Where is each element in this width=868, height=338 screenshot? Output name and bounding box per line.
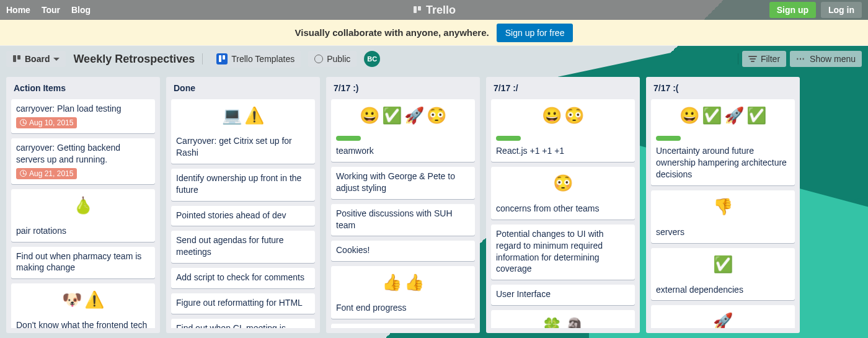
board-view-label: Board	[25, 54, 50, 64]
card[interactable]: Pointed stories ahead of dev	[171, 206, 315, 226]
member-avatar[interactable]: BC	[364, 51, 380, 67]
card[interactable]: 😳concerns from other teams	[491, 167, 635, 220]
list: 7/17 :(😀✅🚀✅Uncertainty around future own…	[646, 77, 800, 333]
card[interactable]: Working with George & Pete to adjust sty…	[331, 167, 475, 199]
templates-button[interactable]: Trello Templates	[210, 50, 301, 68]
cards-container: carryover: Plan load testingAug 10, 2015…	[11, 99, 155, 328]
card-title: User Interface	[496, 288, 630, 300]
board-title[interactable]: Weekly Retrospectives	[73, 53, 195, 66]
card-cover: 🚀	[651, 305, 795, 328]
card[interactable]: 🍀🗿politics	[491, 310, 635, 328]
cards-container: 😀😳React.js +1 +1 +1😳concerns from other …	[491, 99, 635, 328]
nav-blog[interactable]: Blog	[71, 5, 91, 15]
card-label	[496, 136, 521, 141]
card[interactable]: User Interface	[491, 285, 635, 305]
card-title: Uncertainty around future ownership hamp…	[656, 145, 790, 180]
card[interactable]: 😀✅🚀✅Uncertainty around future ownership …	[651, 99, 795, 185]
signup-free-button[interactable]: Sign up for free	[497, 24, 574, 42]
sticker-icon: ✅	[382, 107, 402, 123]
card-title: Find out when CL meeting is	[176, 322, 310, 328]
login-button[interactable]: Log in	[821, 2, 862, 18]
visibility-button[interactable]: Public	[308, 51, 356, 67]
card[interactable]: 😀✅🚀😳teamwork	[331, 99, 475, 162]
separator	[202, 53, 203, 64]
card[interactable]: 😀😳React.js +1 +1 +1	[491, 99, 635, 162]
nav-home[interactable]: Home	[6, 5, 30, 15]
card-cover: 👍👍	[331, 266, 475, 298]
card[interactable]: 👍👍Font end progress	[331, 266, 475, 319]
list-title[interactable]: 7/17 :/	[491, 82, 635, 94]
card[interactable]: 🐶⚠️Don't know what the frontend tech sta…	[11, 283, 155, 328]
sticker-icon: ⚠️	[84, 291, 104, 308]
list-title[interactable]: 7/17 :)	[331, 82, 475, 94]
card[interactable]: 🍐pair rotations	[11, 189, 155, 242]
sticker-icon: ✅	[746, 107, 766, 123]
list-title[interactable]: 7/17 :(	[651, 82, 795, 94]
card[interactable]: Alternating 7-4/8-5	[331, 324, 475, 328]
card-title: Figure out reformatting for HTML	[176, 297, 310, 309]
visibility-label: Public	[327, 54, 350, 64]
board-lists: Action Itemscarryover: Plan load testing…	[0, 72, 868, 338]
promo-banner: Visually collaborate with anyone, anywhe…	[0, 20, 868, 46]
chevron-down-icon	[53, 58, 60, 61]
show-menu-label: Show menu	[810, 54, 856, 64]
card-title: carryover: Getting backend servers up an…	[16, 142, 150, 166]
clock-icon	[20, 119, 27, 126]
card-title: external dependencies	[656, 284, 790, 296]
sticker-icon: ⚠️	[244, 107, 264, 123]
card-title: Don't know what the frontend tech stack …	[16, 319, 150, 328]
card[interactable]: 🚀me too / kitchen sink feature requests	[651, 305, 795, 328]
sticker-icon: 🚀	[724, 107, 744, 123]
board-view-switcher[interactable]: Board	[6, 51, 66, 67]
card[interactable]: Figure out reformatting for HTML	[171, 293, 315, 314]
card-title: Working with George & Pete to adjust sty…	[336, 171, 470, 194]
signup-button[interactable]: Sign up	[769, 2, 816, 18]
nav-tour[interactable]: Tour	[42, 5, 60, 15]
sticker-icon: 😳	[564, 107, 584, 123]
card-title: Font end progress	[336, 302, 470, 314]
card[interactable]: 👎servers	[651, 190, 795, 243]
list-title[interactable]: Action Items	[11, 82, 155, 94]
card-cover: 😀😳	[491, 99, 635, 131]
card[interactable]: Positive discussions with SUH team	[331, 204, 475, 236]
card-cover: 👎	[651, 190, 795, 223]
due-date-text: Aug 10, 2015	[29, 118, 73, 127]
card[interactable]: Cookies!	[331, 241, 475, 261]
top-nav-links: Home Tour Blog	[6, 5, 91, 15]
card-cover: ✅	[651, 248, 795, 280]
card-label	[656, 136, 681, 141]
card[interactable]: carryover: Getting backend servers up an…	[11, 138, 155, 184]
card-title: Carryover: get Citrix set up for Rashi	[176, 135, 310, 159]
board-icon	[12, 55, 21, 63]
card[interactable]: Identify ownership up front in the futur…	[171, 169, 315, 201]
trello-logo-icon	[412, 5, 422, 15]
templates-label: Trello Templates	[231, 54, 294, 64]
card-title: Positive discussions with SUH team	[336, 208, 470, 231]
filter-button[interactable]: Filter	[742, 51, 786, 67]
card-title: concerns from other teams	[496, 203, 630, 215]
clock-icon	[20, 170, 27, 177]
card[interactable]: Potential changes to UI with regard to m…	[491, 225, 635, 280]
separator	[738, 53, 738, 64]
card[interactable]: Find out when pharmacy team is making ch…	[11, 247, 155, 279]
card[interactable]: Add script to check for comments	[171, 268, 315, 288]
sticker-icon: 😀	[360, 107, 379, 123]
card[interactable]: Find out when CL meeting is	[171, 319, 315, 328]
card[interactable]: carryover: Plan load testingAug 10, 2015	[11, 99, 155, 133]
cards-container: 😀✅🚀✅Uncertainty around future ownership …	[651, 99, 795, 328]
sticker-icon: 😀	[680, 107, 699, 123]
card[interactable]: 💻⚠️Carryover: get Citrix set up for Rash…	[171, 99, 315, 164]
sticker-icon: 🐶	[62, 291, 82, 308]
card-title: Find out when pharmacy team is making ch…	[16, 251, 150, 274]
show-menu-button[interactable]: ⋯ Show menu	[790, 51, 862, 67]
card-title: Pointed stories ahead of dev	[176, 210, 310, 221]
card-title: pair rotations	[16, 225, 150, 237]
sticker-icon: ✅	[713, 256, 733, 272]
sticker-icon: 👍	[404, 274, 424, 290]
card[interactable]: ✅external dependencies	[651, 248, 795, 301]
card-title: Potential changes to UI with regard to m…	[496, 228, 630, 275]
card[interactable]: Send out agendas for future meetings	[171, 231, 315, 263]
list-title[interactable]: Done	[171, 82, 315, 94]
sticker-icon: 👎	[713, 198, 733, 215]
sticker-icon: 🍐	[73, 197, 93, 213]
